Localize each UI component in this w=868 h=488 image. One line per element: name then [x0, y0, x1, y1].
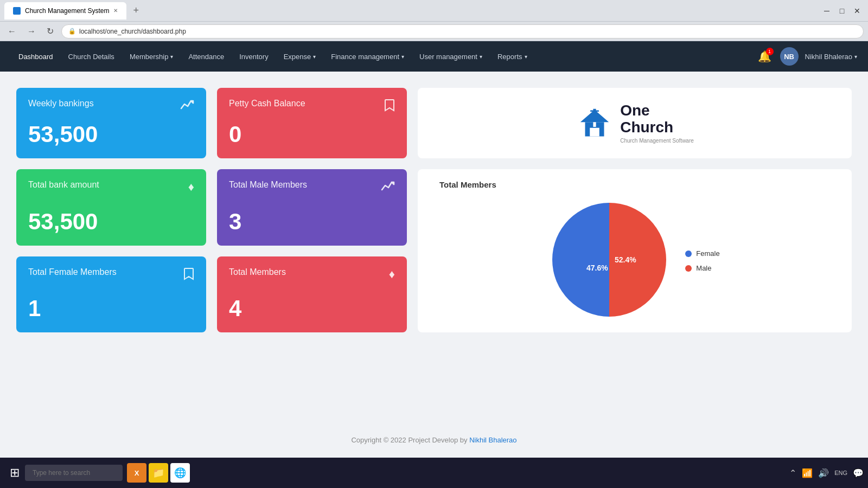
finance-chevron-icon: ▾ — [401, 54, 404, 60]
card-title-petty-cash: Petty Cash Balance — [229, 99, 305, 108]
logo-text: One Church Church Management Software — [620, 102, 694, 144]
card-value-total-members: 4 — [229, 296, 395, 322]
start-button[interactable]: ⊞ — [4, 464, 25, 482]
close-button[interactable]: ✕ — [851, 4, 864, 17]
chart-legend: Female Male — [685, 249, 719, 272]
church-logo-icon — [576, 104, 614, 142]
address-bar[interactable]: 🔒 localhost/one_church/dashboard.php — [61, 24, 864, 38]
nav-item-finance[interactable]: Finance management ▾ — [323, 41, 412, 72]
taskbar: ⊞ X 📁 🌐 ⌃ 📶 🔊 ENG 💬 — [0, 458, 868, 488]
nav-label-expense: Expense — [284, 53, 311, 61]
tab-title: Church Management System — [25, 7, 109, 15]
copyright-text: Copyright © 2022 Project Develop by — [351, 436, 469, 444]
card-weekly-bankings: Weekly bankings 53,500 — [16, 88, 206, 158]
chart-card: Total Members 47.6% 52.4% — [418, 169, 852, 332]
nav-label-finance: Finance management — [331, 53, 399, 61]
card-header: Weekly bankings — [28, 99, 194, 114]
user-name-label: Nikhil Bhalerao — [805, 53, 852, 61]
nav-item-reports[interactable]: Reports ▾ — [490, 41, 535, 72]
card-title-total-male: Total Male Members — [229, 180, 307, 190]
card-total-female: Total Female Members 1 — [16, 256, 206, 333]
chart-area: 47.6% 52.4% Female Male — [429, 200, 841, 322]
avatar: NB — [780, 47, 799, 66]
nav-label-church-details: Church Details — [68, 53, 114, 61]
nav-label-membership: Membership — [130, 53, 169, 61]
card-header: Total Female Members — [28, 267, 194, 284]
taskbar-search-input[interactable] — [25, 465, 123, 481]
address-bar-row: ← → ↻ 🔒 localhost/one_church/dashboard.p… — [0, 22, 868, 41]
svg-rect-4 — [590, 110, 599, 112]
taskbar-app-chrome[interactable]: 🌐 — [170, 463, 190, 483]
browser-tab[interactable]: Church Management System ✕ — [4, 2, 126, 20]
card-petty-cash: Petty Cash Balance 0 — [217, 88, 407, 158]
card-value-total-bank: 53,500 — [28, 209, 194, 235]
female-label: Female — [696, 249, 719, 258]
logo-name-line1: One — [620, 102, 649, 119]
expense-chevron-icon: ▾ — [313, 54, 316, 60]
nav-item-expense[interactable]: Expense ▾ — [276, 41, 324, 72]
card-value-petty-cash: 0 — [229, 121, 395, 147]
nav-item-membership[interactable]: Membership ▾ — [122, 41, 181, 72]
card-title-total-members: Total Members — [229, 267, 286, 277]
minimize-button[interactable]: ─ — [820, 4, 833, 17]
nav-label-inventory: Inventory — [239, 53, 268, 61]
diamond-icon-members: ♦ — [389, 267, 395, 281]
card-header: Total Members ♦ — [229, 267, 395, 281]
diamond-icon: ♦ — [188, 180, 194, 194]
card-value-total-female: 1 — [28, 296, 194, 322]
footer: Copyright © 2022 Project Develop by Nikh… — [0, 425, 868, 455]
nav-label-user-mgmt: User management — [419, 53, 477, 61]
card-value-weekly-bankings: 53,500 — [28, 121, 194, 147]
card-header: Total bank amount ♦ — [28, 180, 194, 194]
lock-icon: 🔒 — [68, 28, 76, 35]
taskbar-apps: X 📁 🌐 — [127, 463, 190, 483]
user-chevron-icon: ▾ — [854, 54, 857, 60]
dashboard-grid: Weekly bankings 53,500 Petty Cash Balanc… — [16, 88, 852, 332]
navbar: Dashboard Church Details Membership ▾ At… — [0, 41, 868, 72]
taskbar-system-tray: ⌃ — [789, 468, 796, 478]
taskbar-app-xampp[interactable]: X — [127, 463, 146, 483]
back-button[interactable]: ← — [4, 25, 20, 37]
taskbar-app-files[interactable]: 📁 — [149, 463, 168, 483]
browser-chrome: Church Management System ✕ + ─ □ ✕ — [0, 0, 868, 22]
avatar-initials: NB — [784, 53, 794, 61]
taskbar-right: ⌃ 📶 🔊 ENG 💬 — [789, 468, 864, 478]
female-dot — [685, 251, 692, 257]
notification-button[interactable]: 🔔 1 — [756, 48, 774, 65]
tab-close-button[interactable]: ✕ — [113, 8, 118, 14]
chart-line-icon — [180, 99, 194, 114]
tab-favicon — [13, 7, 21, 15]
forward-button[interactable]: → — [24, 25, 39, 37]
nav-item-inventory[interactable]: Inventory — [232, 41, 276, 72]
user-menu[interactable]: Nikhil Bhalerao ▾ — [805, 53, 857, 61]
new-tab-button[interactable]: + — [129, 5, 143, 16]
nav-item-dashboard[interactable]: Dashboard — [11, 41, 61, 72]
card-value-total-male: 3 — [229, 209, 395, 235]
nav-item-user-mgmt[interactable]: User management ▾ — [412, 41, 490, 72]
notification-badge: 1 — [766, 48, 774, 55]
user-mgmt-chevron-icon: ▾ — [480, 54, 482, 60]
logo-name-line2: Church — [620, 119, 673, 136]
logo-inner: One Church Church Management Software — [576, 102, 694, 144]
card-total-members: Total Members ♦ 4 — [217, 256, 407, 333]
svg-rect-6 — [593, 122, 596, 127]
nav-item-attendance[interactable]: Attendance — [181, 41, 232, 72]
nav-right: 🔔 1 NB Nikhil Bhalerao ▾ — [756, 47, 857, 66]
reports-chevron-icon: ▾ — [525, 54, 527, 60]
card-total-bank: Total bank amount ♦ 53,500 — [16, 169, 206, 246]
author-link[interactable]: Nikhil Bhalerao — [469, 436, 516, 444]
svg-rect-5 — [590, 128, 599, 137]
bookmark-icon-female — [183, 267, 194, 284]
membership-chevron-icon: ▾ — [170, 54, 173, 60]
pie-chart: 47.6% 52.4% — [550, 200, 669, 322]
taskbar-lang: ENG — [834, 470, 847, 476]
window-controls: ─ □ ✕ — [820, 4, 864, 17]
card-title-total-bank: Total bank amount — [28, 180, 99, 190]
svg-text:47.6%: 47.6% — [586, 264, 608, 272]
nav-label-reports: Reports — [497, 53, 522, 61]
url-text: localhost/one_church/dashboard.php — [79, 28, 186, 35]
nav-item-church-details[interactable]: Church Details — [61, 41, 122, 72]
card-header: Petty Cash Balance — [229, 99, 395, 115]
maximize-button[interactable]: □ — [835, 4, 848, 17]
refresh-button[interactable]: ↻ — [43, 25, 57, 37]
